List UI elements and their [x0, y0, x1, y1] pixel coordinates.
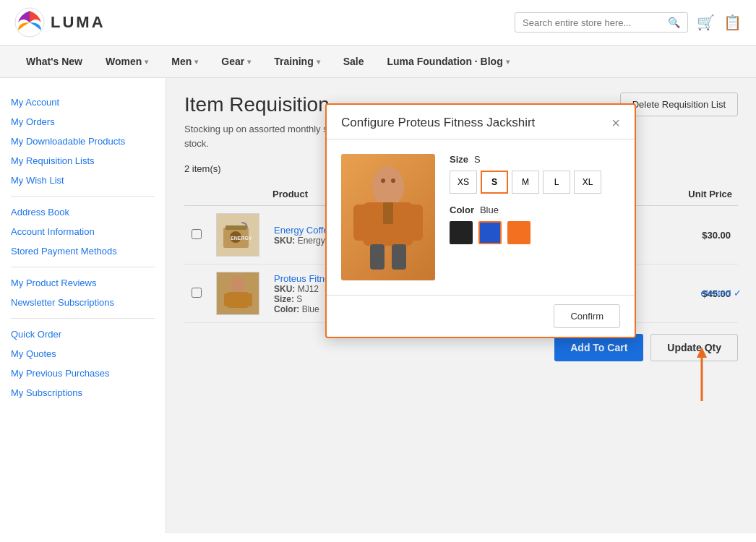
chevron-down-icon: ▾ [317, 58, 320, 66]
size-label: Size [450, 154, 468, 165]
svg-point-11 [372, 166, 404, 207]
nav-item-training[interactable]: Training ▾ [262, 46, 331, 77]
size-xs-button[interactable]: XS [450, 171, 477, 194]
size-s-button[interactable]: S [481, 171, 508, 194]
nav-item-whats-new[interactable]: What's New [14, 46, 94, 77]
svg-point-18 [381, 178, 385, 183]
sidebar-divider-3 [11, 318, 155, 319]
header-right: 🔍 🛒 📋 [515, 12, 742, 33]
selected-badge[interactable]: elected ✓ [700, 288, 742, 298]
color-blue-swatch[interactable] [478, 221, 502, 244]
color-label: Color [450, 205, 474, 215]
configure-modal: Configure Proteus Fitness Jackshirt × [325, 103, 636, 338]
main-layout: My Account My Orders My Downloadable Pro… [0, 78, 756, 533]
nav-item-blog[interactable]: Luma Foundation · Blog ▾ [376, 46, 521, 77]
chevron-down-icon: ▾ [247, 58, 251, 66]
nav-item-sale[interactable]: Sale [332, 46, 376, 77]
size-row: Size S [450, 154, 620, 165]
modal-header: Configure Proteus Fitness Jackshirt × [327, 105, 635, 139]
color-grid [450, 221, 620, 244]
svg-rect-14 [407, 205, 423, 241]
confirm-button[interactable]: Confirm [554, 304, 620, 328]
color-config: Color Blue [450, 205, 620, 244]
svg-rect-17 [383, 202, 393, 224]
nav: What's New Women ▾ Men ▾ Gear ▾ Training… [0, 46, 756, 78]
size-selected-value: S [474, 154, 481, 165]
cart-icon[interactable]: 🛒 [697, 14, 715, 31]
sidebar-item-address-book[interactable]: Address Book [11, 202, 155, 222]
sidebar-item-my-quotes[interactable]: My Quotes [11, 344, 155, 364]
nav-item-women[interactable]: Women ▾ [94, 46, 160, 77]
svg-point-19 [391, 178, 395, 183]
size-xl-button[interactable]: XL [574, 171, 601, 194]
sidebar-item-previous-purchases[interactable]: My Previous Purchases [11, 364, 155, 383]
modal-body: Size S XS S M L XL [327, 139, 635, 295]
modal-product-image [341, 154, 435, 280]
logo-area: LUMA [14, 7, 106, 38]
color-row: Color Blue [450, 205, 620, 215]
sidebar-item-product-reviews[interactable]: My Product Reviews [11, 273, 155, 293]
svg-rect-16 [392, 244, 406, 270]
logo-icon [14, 7, 45, 38]
sidebar-item-stored-payment[interactable]: Stored Payment Methods [11, 241, 155, 261]
sidebar-item-my-wish-list[interactable]: My Wish List [11, 171, 155, 190]
sidebar-item-newsletter[interactable]: Newsletter Subscriptions [11, 293, 155, 312]
chevron-down-icon: ▾ [194, 58, 198, 66]
svg-rect-15 [370, 244, 385, 270]
svg-rect-13 [353, 205, 369, 241]
sidebar-item-quick-order[interactable]: Quick Order [11, 324, 155, 344]
modal-title: Configure Proteus Fitness Jackshirt [341, 116, 535, 130]
sidebar-item-my-account[interactable]: My Account [11, 93, 155, 112]
color-black-swatch[interactable] [450, 221, 473, 244]
search-box[interactable]: 🔍 [515, 12, 688, 33]
size-l-button[interactable]: L [543, 171, 570, 194]
account-icon[interactable]: 📋 [723, 14, 742, 31]
search-button[interactable]: 🔍 [668, 17, 680, 28]
size-m-button[interactable]: M [512, 171, 539, 194]
size-config: Size S XS S M L XL [450, 154, 620, 194]
nav-item-gear[interactable]: Gear ▾ [210, 46, 262, 77]
nav-item-men[interactable]: Men ▾ [160, 46, 210, 77]
sidebar-divider-1 [11, 196, 155, 197]
size-grid: XS S M L XL [450, 171, 620, 194]
color-selected-value: Blue [480, 205, 499, 215]
sidebar-item-my-downloadable-products[interactable]: My Downloadable Products [11, 132, 155, 151]
content-area: Item Requisition Edit Delete Requisition… [166, 78, 756, 533]
header: LUMA 🔍 🛒 📋 [0, 0, 756, 46]
sidebar-item-my-orders[interactable]: My Orders [11, 112, 155, 132]
sidebar-item-account-information[interactable]: Account Information [11, 222, 155, 241]
color-orange-swatch[interactable] [507, 221, 531, 244]
sidebar: My Account My Orders My Downloadable Pro… [0, 78, 166, 533]
modal-footer: Confirm [327, 295, 635, 337]
modal-jacket-image [345, 158, 431, 277]
sidebar-item-subscriptions[interactable]: My Subscriptions [11, 383, 155, 403]
sidebar-divider-2 [11, 267, 155, 267]
chevron-down-icon: ▾ [506, 58, 510, 66]
sidebar-item-my-requisition-lists[interactable]: My Requisition Lists [11, 151, 155, 171]
modal-close-button[interactable]: × [611, 116, 620, 130]
chevron-down-icon: ▾ [145, 58, 148, 66]
modal-config-area: Size S XS S M L XL [450, 154, 620, 280]
search-input[interactable] [523, 17, 668, 28]
logo-text: LUMA [51, 13, 106, 32]
